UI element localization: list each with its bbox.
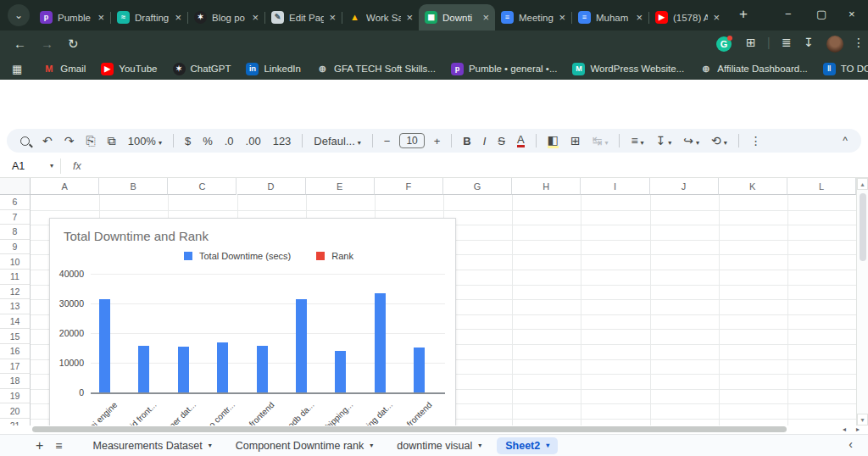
column-header-B[interactable]: B	[99, 178, 168, 195]
bookmark-2[interactable]: ▶YouTube	[101, 63, 157, 75]
sheet-tab-4[interactable]: Sheet2▾	[497, 437, 558, 454]
text-wrap-button[interactable]: ↪▾	[683, 134, 699, 147]
browser-tab-7[interactable]: ≡Meeting×	[495, 4, 571, 31]
bookmark-1[interactable]: MGmail	[42, 63, 86, 75]
browser-tab-2[interactable]: ≈Drafting×	[111, 4, 187, 31]
bookmark-6[interactable]: pPumble • general •...	[451, 63, 558, 75]
decrease-font-size-button[interactable]: −	[384, 135, 391, 147]
download-icon[interactable]: ↧	[804, 36, 814, 49]
row-header-15[interactable]: 15	[0, 329, 31, 344]
row-header-13[interactable]: 13	[0, 299, 31, 314]
column-header-F[interactable]: F	[375, 178, 443, 195]
browser-tab-1[interactable]: pPumble×	[34, 4, 110, 31]
bar-4[interactable]	[217, 342, 228, 393]
embedded-chart[interactable]: Total Downtime and Rank Total Downtime (…	[49, 218, 456, 425]
side-panel-icon[interactable]: ≣	[782, 36, 792, 49]
column-header-I[interactable]: I	[581, 178, 649, 195]
paint-format-icon[interactable]: ⧉	[108, 134, 116, 148]
tab-close-icon[interactable]: ×	[252, 11, 259, 24]
reload-icon[interactable]: ↻	[68, 36, 79, 52]
browser-tab-9[interactable]: ▶(1578) A×	[649, 4, 726, 31]
browser-tab-3[interactable]: ✶Blog po×	[188, 4, 264, 31]
scroll-right-icon[interactable]: ▸	[856, 425, 860, 433]
sheet-tab-caret-icon[interactable]: ▾	[370, 442, 373, 449]
print-icon[interactable]: ⎘	[86, 134, 95, 148]
bookmark-3[interactable]: ✶ChatGPT	[173, 63, 231, 75]
window-close-button[interactable]: ×	[849, 8, 855, 20]
zoom-select[interactable]: 100%▾	[128, 135, 162, 147]
more-options-kebab-icon[interactable]: ⋮	[750, 134, 762, 147]
bar-7[interactable]	[335, 351, 346, 392]
column-header-K[interactable]: K	[719, 178, 787, 195]
vertical-scrollbar[interactable]: ▴ ▾	[856, 178, 868, 425]
grammarly-extension-icon[interactable]: G	[716, 36, 732, 52]
borders-button[interactable]: ⊞	[570, 134, 581, 147]
scroll-up-icon[interactable]: ▴	[857, 178, 868, 190]
bar-2[interactable]	[138, 346, 149, 392]
scroll-down-icon[interactable]: ▾	[857, 414, 868, 425]
bar-9[interactable]	[414, 348, 425, 392]
column-header-G[interactable]: G	[443, 178, 512, 195]
side-panel-collapse-icon[interactable]: ‹	[849, 437, 853, 451]
row-header-18[interactable]: 18	[0, 374, 31, 389]
bar-8[interactable]	[375, 293, 386, 392]
strikethrough-button[interactable]: S	[498, 135, 505, 147]
select-all-corner[interactable]	[0, 178, 31, 195]
sheet-tab-3[interactable]: downtime visual▾	[388, 437, 490, 454]
row-header-11[interactable]: 11	[0, 270, 31, 285]
tab-close-icon[interactable]: ×	[559, 11, 565, 24]
column-header-H[interactable]: H	[512, 178, 581, 195]
row-header-8[interactable]: 8	[0, 225, 31, 240]
column-header-L[interactable]: L	[787, 178, 856, 195]
row-header-9[interactable]: 9	[0, 240, 31, 255]
bar-6[interactable]	[296, 299, 307, 392]
bookmark-8[interactable]: ⊕Affiliate Dashboard...	[699, 63, 808, 75]
bookmark-4[interactable]: inLinkedIn	[246, 63, 300, 75]
text-rotate-button[interactable]: ⟲▾	[711, 134, 727, 147]
row-header-7[interactable]: 7	[0, 210, 31, 225]
row-header-12[interactable]: 12	[0, 285, 31, 300]
new-tab-button[interactable]: +	[739, 6, 748, 23]
tab-search-button[interactable]: ⌄	[8, 4, 30, 26]
name-box-caret-icon[interactable]: ▾	[50, 162, 53, 170]
browser-tab-4[interactable]: ✎Edit Pag×	[265, 4, 342, 31]
text-color-button[interactable]: A	[517, 134, 525, 147]
sheet-tab-2[interactable]: Component Downtime rank▾	[227, 437, 381, 454]
tab-close-icon[interactable]: ×	[175, 11, 181, 24]
bar-3[interactable]	[178, 347, 189, 392]
spreadsheet-grid[interactable]: ABCDEFGHIJKL 678910111213141516171819202…	[0, 178, 868, 425]
bookmark-7[interactable]: MWordPress Website...	[572, 63, 684, 75]
scroll-left-icon[interactable]: ◂	[843, 425, 846, 433]
extensions-puzzle-icon[interactable]: ⊞	[746, 36, 756, 49]
bookmark-9[interactable]: ‖TO DO | Trello	[823, 63, 868, 75]
bar-5[interactable]	[257, 346, 268, 392]
row-header-14[interactable]: 14	[0, 314, 31, 330]
tab-close-icon[interactable]: ×	[406, 11, 413, 24]
undo-icon[interactable]: ↶	[42, 134, 53, 147]
minimize-button[interactable]: −	[785, 8, 792, 20]
back-icon[interactable]: ←	[14, 36, 26, 51]
tab-close-icon[interactable]: ×	[329, 11, 336, 24]
bookmark-5[interactable]: ⊕GFA TECH Soft Skills...	[316, 63, 436, 75]
tab-close-icon[interactable]: ×	[482, 11, 489, 24]
row-header-16[interactable]: 16	[0, 344, 31, 359]
row-header-19[interactable]: 19	[0, 389, 31, 404]
bar-1[interactable]	[99, 299, 110, 392]
sheet-tab-caret-icon[interactable]: ▾	[546, 442, 549, 449]
browser-tab-8[interactable]: ≡Muham×	[572, 4, 648, 31]
all-sheets-menu-icon[interactable]: ≡	[55, 439, 62, 453]
decrease-decimal-button[interactable]: .0	[225, 135, 234, 147]
row-header-6[interactable]: 6	[0, 195, 31, 210]
increase-font-size-button[interactable]: +	[434, 135, 441, 147]
browser-tab-5[interactable]: ▲Work Sa×	[342, 4, 419, 31]
apps-grid-icon[interactable]: ▦	[12, 63, 22, 75]
percent-format-button[interactable]: %	[203, 135, 213, 147]
number-format-button[interactable]: 123	[273, 135, 292, 147]
browser-menu-kebab-icon[interactable]: ⋮	[853, 36, 865, 49]
browser-profile-avatar[interactable]	[826, 36, 843, 53]
maximize-button[interactable]: ▢	[816, 8, 826, 20]
forward-icon[interactable]: →	[41, 36, 53, 51]
search-icon[interactable]	[20, 136, 30, 146]
sheet-tab-1[interactable]: Measurements Dataset▾	[85, 437, 220, 454]
row-header-10[interactable]: 10	[0, 254, 31, 270]
